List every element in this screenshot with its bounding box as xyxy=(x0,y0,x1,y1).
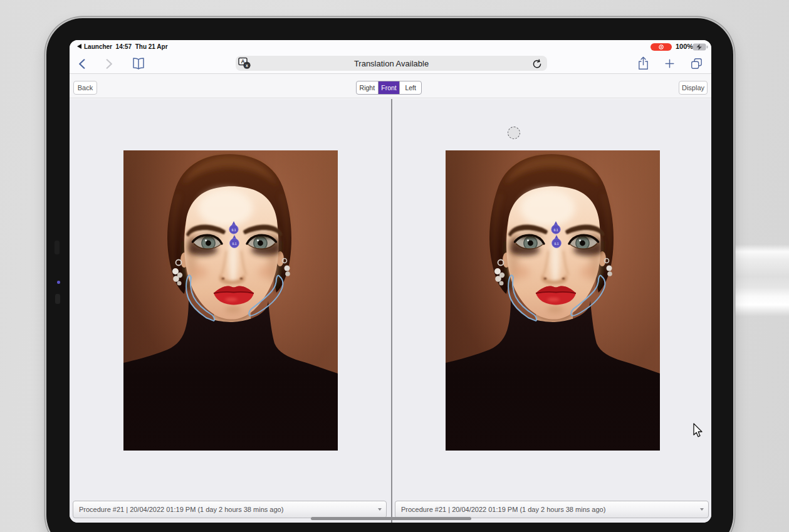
svg-text:x: x xyxy=(246,63,248,68)
